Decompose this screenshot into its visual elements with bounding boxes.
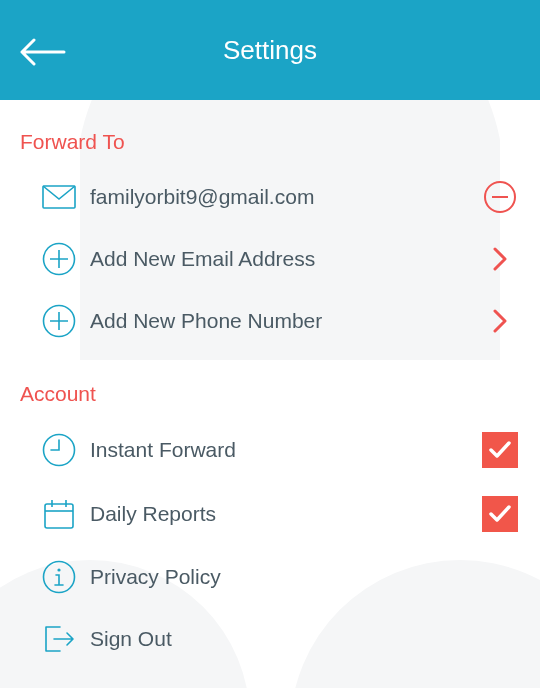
sign-out-row[interactable]: Sign Out: [0, 608, 540, 670]
sign-out-icon: [42, 622, 76, 656]
daily-reports-checkbox[interactable]: [482, 496, 518, 532]
forward-email-label: familyorbit9@gmail.com: [90, 185, 480, 209]
svg-rect-6: [45, 504, 73, 528]
checkmark-icon: [488, 504, 512, 524]
checkmark-icon: [488, 440, 512, 460]
header: Settings: [0, 0, 540, 100]
add-phone-label: Add New Phone Number: [90, 309, 480, 333]
add-email-label: Add New Email Address: [90, 247, 480, 271]
back-arrow-icon: [20, 38, 66, 66]
back-button[interactable]: [20, 38, 66, 70]
sign-out-label: Sign Out: [90, 627, 480, 651]
add-phone-row[interactable]: Add New Phone Number: [0, 290, 540, 352]
privacy-policy-label: Privacy Policy: [90, 565, 480, 589]
instant-forward-checkbox[interactable]: [482, 432, 518, 468]
plus-circle-icon: [42, 242, 76, 276]
daily-reports-row: Daily Reports: [0, 482, 540, 546]
info-icon: [42, 560, 76, 594]
clock-icon: [42, 433, 76, 467]
remove-email-button[interactable]: [480, 181, 520, 213]
svg-point-8: [57, 568, 60, 571]
section-header-account: Account: [0, 352, 540, 418]
chevron-right-icon: [480, 309, 520, 333]
instant-forward-label: Instant Forward: [90, 438, 480, 462]
forward-email-row: familyorbit9@gmail.com: [0, 166, 540, 228]
add-email-row[interactable]: Add New Email Address: [0, 228, 540, 290]
envelope-icon: [42, 180, 76, 214]
instant-forward-row: Instant Forward: [0, 418, 540, 482]
chevron-right-icon: [480, 247, 520, 271]
calendar-icon: [42, 497, 76, 531]
daily-reports-label: Daily Reports: [90, 502, 480, 526]
page-title: Settings: [0, 35, 540, 66]
privacy-policy-row[interactable]: Privacy Policy: [0, 546, 540, 608]
section-header-forward-to: Forward To: [0, 100, 540, 166]
plus-circle-icon: [42, 304, 76, 338]
minus-circle-icon: [484, 181, 516, 213]
